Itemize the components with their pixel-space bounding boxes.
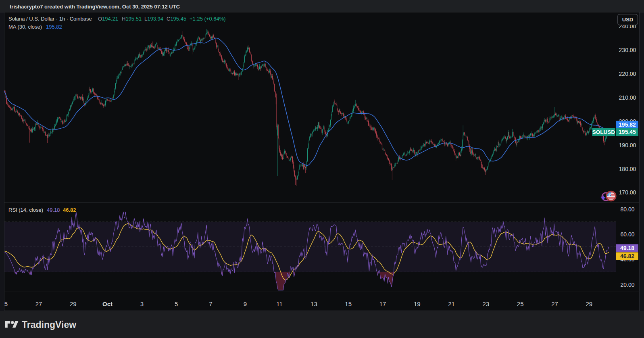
svg-text:20.00: 20.00 (620, 282, 634, 288)
svg-text:15: 15 (345, 300, 352, 307)
svg-text:11: 11 (276, 300, 283, 307)
svg-text:5: 5 (175, 300, 178, 307)
svg-text:TradingView: TradingView (22, 319, 76, 330)
svg-text:17: 17 (379, 300, 386, 307)
svg-text:180.00: 180.00 (619, 166, 636, 172)
svg-text:210.00: 210.00 (619, 94, 636, 101)
svg-text:46.82: 46.82 (63, 207, 76, 213)
svg-text:Oct: Oct (102, 300, 113, 307)
svg-text:29: 29 (70, 300, 77, 307)
svg-text:9: 9 (244, 300, 247, 307)
svg-text:230.00: 230.00 (619, 47, 636, 53)
svg-text:80.00: 80.00 (620, 206, 634, 213)
svg-text:USD: USD (622, 17, 633, 23)
svg-text:3: 3 (140, 300, 144, 307)
svg-text:Solana / U.S. Dollar · 1h · Co: Solana / U.S. Dollar · 1h · Coinbase (8, 16, 92, 22)
svg-text:27: 27 (35, 300, 42, 307)
svg-text:27: 27 (551, 300, 558, 307)
svg-text:195.45: 195.45 (619, 129, 636, 135)
svg-text:220.00: 220.00 (619, 71, 636, 77)
svg-text:trishacrypto7 created with Tra: trishacrypto7 created with TradingView.c… (10, 4, 180, 10)
svg-text:46.82: 46.82 (620, 253, 634, 259)
svg-text:MA (30, close): MA (30, close) (8, 24, 42, 30)
svg-text:23: 23 (483, 300, 490, 307)
svg-text:60.00: 60.00 (620, 231, 634, 238)
svg-text:O194.21H195.51L193.94C195.45+1: O194.21H195.51L193.94C195.45+1.25 (+0.64… (98, 16, 226, 22)
svg-text:25: 25 (517, 300, 524, 307)
svg-text:7: 7 (209, 300, 212, 307)
svg-text:13: 13 (311, 300, 317, 307)
svg-text:29: 29 (586, 300, 592, 307)
svg-text:19: 19 (414, 300, 421, 307)
svg-text:49.18: 49.18 (620, 245, 634, 251)
svg-text:170.00: 170.00 (619, 189, 636, 196)
svg-text:195.82: 195.82 (619, 121, 636, 128)
svg-text:190.00: 190.00 (619, 142, 636, 148)
svg-text:21: 21 (448, 300, 455, 307)
svg-text:SOLUSD: SOLUSD (592, 129, 615, 135)
svg-text:RSI (14, close): RSI (14, close) (8, 207, 43, 213)
svg-text:195.82: 195.82 (46, 24, 62, 30)
svg-text:49.18: 49.18 (47, 207, 60, 213)
